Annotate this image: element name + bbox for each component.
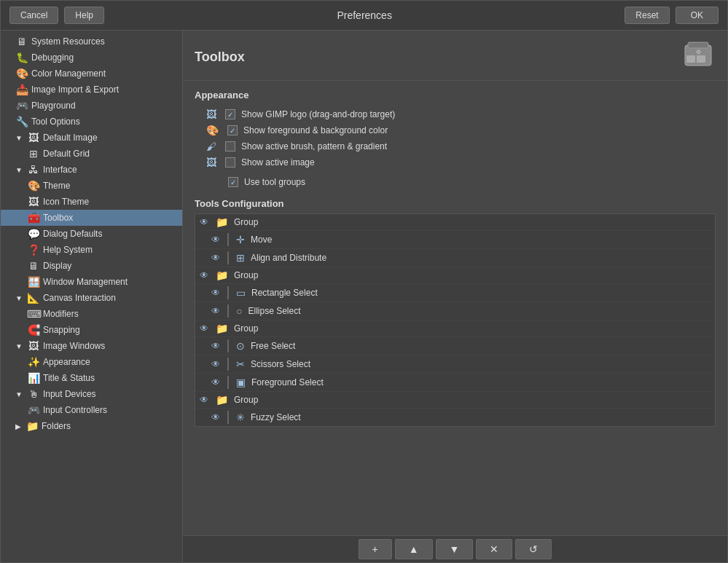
folder-icon-group2: 📁 [216,269,228,281]
tool-label-group3: Group [234,323,258,334]
eye-icon-scissors-select[interactable]: 👁 [211,359,223,369]
playground-icon: 🎮 [15,100,28,111]
folders-arrow: ▶ [15,422,21,430]
canvas-interaction-arrow: ▼ [15,294,23,302]
free-select-indent-line [227,339,229,353]
add-tool-button[interactable]: + [359,539,392,559]
tool-row-rect-select: 👁 ▭ Rectangle Select [195,284,715,302]
move-indent-line [227,233,229,246]
delete-tool-button[interactable]: ✕ [476,539,512,559]
move-down-button[interactable]: ▼ [436,539,474,559]
svg-text:⚙: ⚙ [696,49,701,55]
sidebar-item-toolbox[interactable]: 🧰 Toolbox [1,210,182,226]
toolbox-header-icon: ⚙ [681,39,716,74]
tool-row-ellipse-select: 👁 ○ Ellipse Select [195,302,715,320]
sidebar-item-image-windows[interactable]: ▼ 🖼 Image Windows [1,338,182,354]
eye-icon-move[interactable]: 👁 [211,235,223,245]
tool-label-group1: Group [234,217,258,227]
checkbox-show-fg-bg: 🎨 ✓ Show foreground & background color [195,122,716,138]
reset-button[interactable]: Reset [625,7,669,24]
fuzzy-select-indent-line [227,411,229,424]
system-resources-icon: 🖥 [15,36,28,47]
fuzzy-select-icon: ✳ [236,412,245,423]
sidebar-item-debugging[interactable]: 🐛 Debugging [1,50,182,66]
tool-groups-label: Use tool groups [244,177,305,187]
scissors-select-icon: ✂ [236,358,245,370]
tool-label-fuzzy-select: Fuzzy Select [251,412,301,422]
gimp-logo-checkbox[interactable]: ✓ [225,109,235,119]
sidebar-item-folders[interactable]: ▶ 📁 Folders [1,418,182,434]
ellipse-select-icon: ○ [236,305,242,317]
reset-tools-button[interactable]: ↺ [515,539,552,559]
tool-row-group2: 👁 📁 Group [195,267,715,284]
bottom-toolbar: + ▲ ▼ ✕ ↺ [183,535,727,562]
eye-icon-group3[interactable]: 👁 [200,323,211,334]
main-content: 🖥 System Resources 🐛 Debugging 🎨 Color M… [1,31,727,562]
sidebar-label-theme: Theme [43,181,176,191]
sidebar-item-input-devices[interactable]: ▼ 🖱 Input Devices [1,386,182,402]
active-image-label: Show active image [241,157,315,168]
sidebar-item-theme[interactable]: 🎨 Theme [1,178,182,194]
eye-icon-group4[interactable]: 👁 [200,395,211,405]
eye-icon-group1[interactable]: 👁 [200,217,211,227]
default-image-arrow: ▼ [15,134,23,142]
sidebar-label-display: Display [43,261,176,271]
sidebar-item-appearance[interactable]: ✨ Appearance [1,354,182,370]
eye-icon-fuzzy-select[interactable]: 👁 [211,412,223,422]
sidebar-item-icon-theme[interactable]: 🖼 Icon Theme [1,194,182,210]
tool-label-align: Align and Distribute [251,253,326,263]
move-up-button[interactable]: ▲ [395,539,433,559]
ok-button[interactable]: OK [676,7,719,24]
svg-rect-3 [697,55,705,63]
sidebar-item-default-image[interactable]: ▼ 🖼 Default Image [1,130,182,146]
appearance-section-label: Appearance [195,90,716,101]
checkbox-show-brush: 🖌 Show active brush, pattern & gradient [195,138,716,154]
content-header: Toolbox ⚙ [183,31,727,81]
sidebar-item-playground[interactable]: 🎮 Playground [1,98,182,114]
sidebar-item-help-system[interactable]: ❓ Help System [1,242,182,258]
eye-icon-group2[interactable]: 👁 [200,270,211,280]
dialog-title: Preferences [110,9,619,21]
content-title: Toolbox [195,50,245,65]
align-indent-line [227,251,229,264]
tool-groups-checkbox[interactable]: ✓ [228,177,238,187]
help-button[interactable]: Help [64,7,104,24]
sidebar-item-default-grid[interactable]: ⊞ Default Grid [1,146,182,162]
content-body: Appearance 🖼 ✓ Show GIMP logo (drag-and-… [183,81,727,535]
eye-icon-foreground-select[interactable]: 👁 [211,377,223,387]
sidebar-label-dialog-defaults: Dialog Defaults [43,229,176,239]
sidebar-item-system-resources[interactable]: 🖥 System Resources [1,34,182,50]
eye-icon-ellipse-select[interactable]: 👁 [211,306,223,316]
active-image-checkbox[interactable] [225,157,235,168]
canvas-interaction-icon: 📐 [27,292,40,304]
eye-icon-free-select[interactable]: 👁 [211,341,223,351]
rect-select-indent-line [227,286,229,299]
fg-bg-checkbox[interactable]: ✓ [227,125,238,135]
sidebar-item-tool-options[interactable]: 🔧 Tool Options [1,114,182,130]
sidebar-item-interface[interactable]: ▼ 🖧 Interface [1,162,182,178]
brush-cb-icon: 🖌 [206,141,216,152]
folders-icon: 📁 [26,420,39,432]
sidebar-item-dialog-defaults[interactable]: 💬 Dialog Defaults [1,226,182,242]
align-icon: ⊞ [236,252,245,264]
sidebar-item-title-status[interactable]: 📊 Title & Status [1,370,182,386]
interface-arrow: ▼ [15,166,23,174]
ellipse-select-indent-line [227,304,229,318]
sidebar-item-window-management[interactable]: 🪟 Window Management [1,274,182,290]
brush-checkbox[interactable] [225,141,235,151]
sidebar-label-modifiers: Modifiers [43,309,176,319]
sidebar-item-display[interactable]: 🖥 Display [1,258,182,274]
eye-icon-align[interactable]: 👁 [211,253,223,263]
sidebar-item-modifiers[interactable]: ⌨ Modifiers [1,306,182,322]
eye-icon-rect-select[interactable]: 👁 [211,288,223,298]
sidebar-label-image-import-export: Image Import & Export [31,84,176,95]
sidebar-item-image-import-export[interactable]: 📥 Image Import & Export [1,82,182,98]
fg-bg-cb-icon: 🎨 [206,125,219,136]
sidebar-item-input-controllers[interactable]: 🎮 Input Controllers [1,402,182,418]
sidebar-item-color-management[interactable]: 🎨 Color Management [1,66,182,82]
title-status-icon: 📊 [27,372,40,384]
sidebar-item-snapping[interactable]: 🧲 Snapping [1,322,182,338]
sidebar-item-canvas-interaction[interactable]: ▼ 📐 Canvas Interaction [1,290,182,306]
cancel-button[interactable]: Cancel [9,7,58,24]
sidebar-label-toolbox: Toolbox [43,213,176,223]
